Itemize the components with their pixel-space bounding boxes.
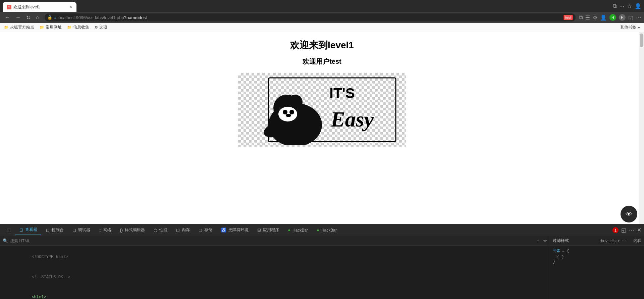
devtools-tab-hackbar1[interactable]: ● HackBar xyxy=(284,225,312,235)
more-styles-icon[interactable]: ⋯ xyxy=(622,239,626,243)
style-open-brace: { xyxy=(567,249,569,253)
console-icon: ◻ xyxy=(46,228,50,233)
scroll-thumb[interactable] xyxy=(640,34,643,47)
svg-text:Easy: Easy xyxy=(330,107,374,131)
bookmark-label-3: 信息收集 xyxy=(73,24,89,30)
inline-label: 内联 xyxy=(633,238,641,244)
application-icon: ⊞ xyxy=(257,228,261,233)
devtools-close-icon[interactable]: ✕ xyxy=(637,227,641,233)
settings-icon[interactable]: ⚙ xyxy=(593,14,597,21)
add-node-icon[interactable]: + xyxy=(537,238,539,243)
styles-header: 过滤样式 :hov .cls + ⋯ 内联 xyxy=(550,236,644,246)
add-rule-icon[interactable]: + xyxy=(618,239,620,243)
pseudo-toggle[interactable]: :hov xyxy=(600,239,607,243)
edit-node-icon[interactable]: ✏ xyxy=(543,238,547,243)
account-icon[interactable]: 👤 xyxy=(600,14,607,21)
home-button[interactable]: ⌂ xyxy=(34,14,41,21)
more-icon[interactable]: ⋯ xyxy=(636,14,641,21)
devtools-responsive-icon[interactable]: ◱ xyxy=(621,227,626,233)
devtools-tab-storage[interactable]: ◻ 存储 xyxy=(195,225,216,235)
devtools-body: 🔍 + ✏ <!DOCTYPE html> <!--STATUS OK--> <… xyxy=(0,236,644,299)
hamburger-menu-icon[interactable]: ☰ xyxy=(585,14,590,21)
refresh-button[interactable]: ↻ xyxy=(24,14,33,21)
devtools-tab-bar: ⬚ ◻ 查看器 ◻ 控制台 ◻ 调试器 ↕ 网络 {} 样式编辑器 xyxy=(0,224,644,236)
page-info-icon: ℹ xyxy=(54,15,56,20)
devtools-tab-application[interactable]: ⊞ 应用程序 xyxy=(253,225,283,235)
more-tools-icon[interactable]: ⋯ xyxy=(619,3,625,9)
bookmark-info-collection[interactable]: 📁 信息收集 xyxy=(67,24,89,30)
html-search-input[interactable] xyxy=(10,239,535,243)
sidebar-icon[interactable]: ◱ xyxy=(628,14,633,21)
edit-styles-icon[interactable]: ✏ xyxy=(562,249,567,253)
address-bar[interactable]: localhost:9096/xss-labs/level1.php?name=… xyxy=(58,15,562,20)
doctype-text: <!DOCTYPE html> xyxy=(32,255,68,259)
svg-point-9 xyxy=(289,110,294,114)
page-heading: 欢迎来到level1 xyxy=(290,39,354,52)
devtools-tab-accessibility[interactable]: ♿ 无障碍环境 xyxy=(217,225,253,235)
hackbar-ext-green[interactable]: H xyxy=(609,14,616,21)
easy-text-svg: IT'S Easy xyxy=(238,73,406,147)
storage-icon: ◻ xyxy=(199,228,202,233)
devtools-tab-inspector[interactable]: ◻ 查看器 xyxy=(15,225,41,235)
html-line-comment[interactable]: <!--STATUS OK--> xyxy=(3,267,547,287)
back-button[interactable]: ← xyxy=(3,14,12,21)
cls-toggle[interactable]: .cls xyxy=(609,239,615,243)
tab-performance-label: 性能 xyxy=(159,227,167,233)
tab-application-label: 应用程序 xyxy=(263,227,279,233)
tab-style-label: 样式编辑器 xyxy=(125,227,145,233)
bookmark-folder-icon-2: 📁 xyxy=(40,25,44,30)
styles-toolbar: :hov .cls + ⋯ xyxy=(600,239,626,243)
comment-text: <!--STATUS OK--> xyxy=(32,275,70,280)
bookmark-firefox-official[interactable]: 📁 火狐官方站点 xyxy=(4,24,34,30)
tab-console-label: 控制台 xyxy=(52,227,64,233)
other-bookmarks-label: 其他书签 xyxy=(620,24,636,30)
devtools-tab-style-editor[interactable]: {} 样式编辑器 xyxy=(116,225,149,235)
style-close-brace: } xyxy=(553,259,641,264)
html-line-html[interactable]: <html> 滚动 xyxy=(3,287,547,299)
address-bar-container: 🔒 ℹ localhost:9096/xss-labs/level1.php?n… xyxy=(45,13,576,21)
corner-button[interactable]: 👁 xyxy=(621,206,637,222)
styles-panel: 过滤样式 :hov .cls + ⋯ 内联 元素 ✏ { xyxy=(550,236,644,299)
devtools-tab-performance[interactable]: ◎ 性能 xyxy=(150,225,171,235)
styles-content: 元素 ✏ { { } } xyxy=(550,246,644,299)
active-tab[interactable]: X 欢迎来到level1 ✕ xyxy=(3,2,76,12)
bookmark-settings[interactable]: ⚙ 选项 xyxy=(95,24,107,30)
html-tree: <!DOCTYPE html> <!--STATUS OK--> <html> … xyxy=(0,246,550,299)
devtools-tab-debugger[interactable]: ◻ 调试器 xyxy=(68,225,94,235)
forward-button[interactable]: → xyxy=(13,14,23,21)
accessibility-icon: ♿ xyxy=(221,228,226,233)
devtools-inspect-icon[interactable]: ⬚ xyxy=(3,225,15,235)
devtools-tab-console[interactable]: ◻ 控制台 xyxy=(42,225,68,235)
devtools-tab-memory[interactable]: ◻ 内存 xyxy=(172,225,194,235)
error-count: 1 xyxy=(614,228,616,232)
page-scrollbar[interactable] xyxy=(639,32,644,224)
close-tab-button[interactable]: ✕ xyxy=(69,5,72,9)
svg-point-8 xyxy=(283,110,287,114)
svg-point-10 xyxy=(286,114,291,117)
chevron-right-icon: » xyxy=(638,25,640,30)
memory-icon: ◻ xyxy=(176,228,180,233)
html-line-doctype[interactable]: <!DOCTYPE html> xyxy=(3,247,547,267)
page-subheading: 欢迎用户test xyxy=(303,57,341,66)
error-badge: 1 xyxy=(612,227,619,233)
cursor-icon: ⬚ xyxy=(7,228,11,233)
hackbar-ext-gray[interactable]: H xyxy=(619,14,626,21)
extensions-icon[interactable]: ⧉ xyxy=(613,3,616,9)
other-bookmarks[interactable]: 其他书签 » xyxy=(620,24,640,30)
bookmark-icon[interactable]: ☆ xyxy=(627,3,632,9)
toolbar: ← → ↻ ⌂ 🔒 ℹ localhost:9096/xss-labs/leve… xyxy=(0,12,644,23)
settings-bm-icon: ⚙ xyxy=(95,25,98,30)
url-prefix: localhost:9096/xss-labs/level1.php xyxy=(58,15,124,20)
bookmark-common-sites[interactable]: 📁 常用网址 xyxy=(40,24,62,30)
svg-text:IT'S: IT'S xyxy=(329,85,355,101)
tab-bar: X 欢迎来到level1 ✕ ⧉ ⋯ ☆ 👤 xyxy=(0,0,644,12)
search-icon: 🔍 xyxy=(3,238,8,243)
extensions-puzzle-icon[interactable]: ⧉ xyxy=(579,14,583,20)
profile-icon[interactable]: 👤 xyxy=(635,3,641,9)
tab-hackbar2-label: HackBar xyxy=(321,228,337,233)
devtools-more-icon[interactable]: ⋯ xyxy=(629,227,634,233)
devtools-tab-hackbar2[interactable]: ● HackBar xyxy=(313,225,341,235)
html-tag: <html> xyxy=(32,295,46,299)
easy-illustration: IT'S Easy xyxy=(241,74,402,145)
devtools-tab-network[interactable]: ↕ 网络 xyxy=(95,225,115,235)
